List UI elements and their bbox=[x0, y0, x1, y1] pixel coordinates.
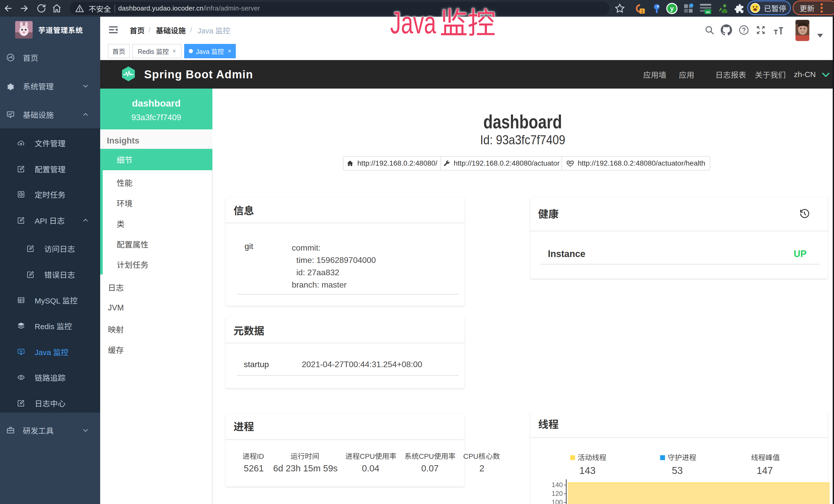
svg-text:y: y bbox=[670, 5, 674, 12]
svg-text:1: 1 bbox=[641, 9, 643, 13]
svg-text:on: on bbox=[706, 10, 710, 14]
